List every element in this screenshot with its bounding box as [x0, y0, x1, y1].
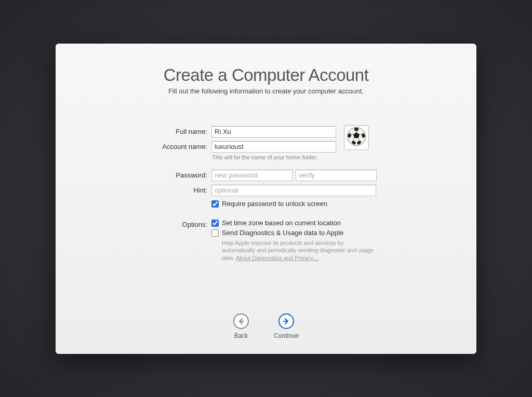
setup-window: Create a Computer Account Fill out the f… [56, 44, 476, 354]
account-name-help: This will be the name of your home folde… [212, 154, 406, 160]
timezone-checkbox[interactable] [211, 220, 219, 227]
soccer-ball-icon [347, 127, 366, 148]
page-title: Create a Computer Account [56, 65, 476, 85]
arrow-left-icon [237, 317, 245, 325]
navigation-bar: Back Continue [56, 313, 476, 339]
full-name-label: Full name: [126, 126, 211, 135]
verify-password-input[interactable] [296, 170, 377, 181]
timezone-label: Set time zone based on current location [222, 219, 341, 227]
back-label: Back [234, 332, 248, 339]
password-input[interactable] [211, 170, 292, 181]
diagnostics-privacy-link[interactable]: About Diagnostics and Privacy… [236, 255, 319, 261]
arrow-right-icon [282, 317, 290, 325]
diagnostics-label: Send Diagnostics & Usage data to Apple [222, 229, 343, 237]
require-password-checkbox-row[interactable]: Require password to unlock screen [211, 200, 406, 208]
account-name-label: Account name: [126, 141, 211, 150]
password-label: Password: [126, 170, 211, 179]
back-button[interactable]: Back [233, 313, 249, 339]
account-form: Full name: Account name: This will be th… [126, 126, 406, 263]
diagnostics-help: Help Apple improve its products and serv… [222, 239, 378, 263]
continue-label: Continue [274, 332, 299, 339]
continue-button[interactable]: Continue [274, 313, 299, 339]
options-label: Options: [126, 219, 211, 228]
avatar-picker[interactable] [344, 125, 369, 150]
diagnostics-checkbox[interactable] [211, 229, 219, 237]
page-subtitle: Fill out the following information to cr… [56, 87, 476, 95]
full-name-input[interactable] [211, 126, 336, 138]
require-password-checkbox[interactable] [211, 200, 219, 208]
hint-label: Hint: [126, 185, 211, 194]
hint-input[interactable] [211, 185, 376, 196]
account-name-input[interactable] [211, 141, 336, 153]
diagnostics-checkbox-row[interactable]: Send Diagnostics & Usage data to Apple [211, 229, 406, 237]
timezone-checkbox-row[interactable]: Set time zone based on current location [211, 219, 406, 227]
require-password-label: Require password to unlock screen [222, 200, 327, 208]
